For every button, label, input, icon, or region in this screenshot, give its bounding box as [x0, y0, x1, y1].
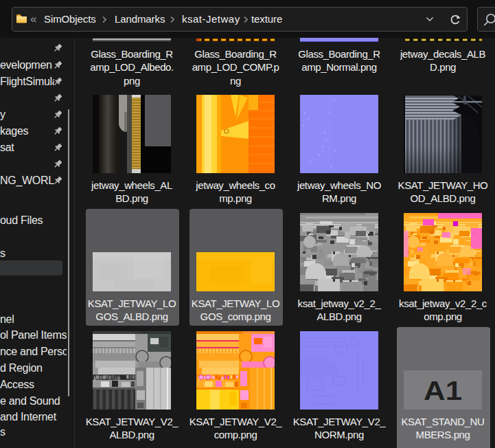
svg-text:A1: A1 [424, 377, 462, 405]
